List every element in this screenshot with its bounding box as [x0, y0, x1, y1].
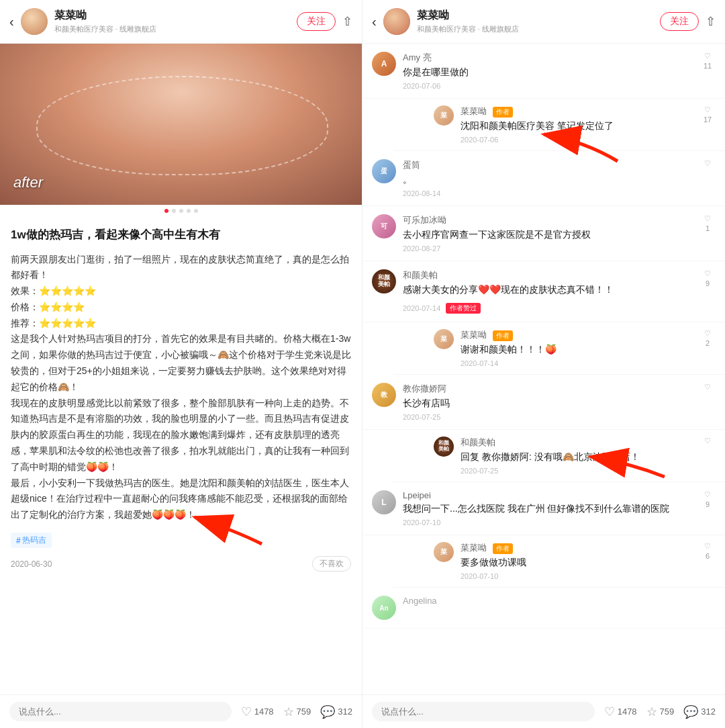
right-back-button[interactable]: ‹	[372, 14, 377, 30]
amy-avatar[interactable]: A	[372, 52, 396, 76]
right-star-count: 759	[660, 707, 675, 717]
reply-heyanbg-1: 和颜美帕 和颜美帕 回复 教你撒娇阿: 没有哦🙈北京沈阳有店！ 2020-07-…	[393, 430, 725, 482]
post-body: 前两天跟朋友出门逛街，拍了一组照片，现在的皮肤状态简直绝了，真的是怎么拍都好看！…	[11, 252, 351, 524]
kele-avatar[interactable]: 可	[372, 214, 396, 238]
dislike-label: 不喜欢	[320, 559, 344, 568]
right-comment-action[interactable]: 💬 312	[683, 704, 716, 719]
left-star-count: 759	[297, 707, 311, 717]
heyanbg-like[interactable]: ♡ 9	[699, 269, 716, 314]
author-badge-3: 作者	[493, 543, 513, 554]
heyanbg-avatar[interactable]: 和颜美帕	[372, 269, 396, 293]
caicai-like-3[interactable]: ♡ 6	[699, 542, 716, 580]
heyanbg-content: 和颜美帕 感谢大美女的分享❤️❤️现在的皮肤状态真不错！！ 2020-07-14…	[403, 269, 693, 314]
angelina-avatar[interactable]: An	[372, 596, 396, 620]
kele-like[interactable]: ♡ 1	[699, 214, 716, 253]
jiao-text: 长沙有店吗	[403, 396, 693, 410]
right-like-action[interactable]: ♡ 1478	[604, 704, 637, 719]
tag-text: 热码吉	[22, 535, 46, 546]
comment-egg: 蛋 蛋筒 。 2020-08-14 ♡	[362, 151, 725, 206]
amy-like[interactable]: ♡ 11	[699, 52, 716, 90]
egg-heart-icon: ♡	[704, 159, 711, 168]
dot-3[interactable]	[179, 209, 183, 213]
kele-date: 2020-08-27	[403, 244, 693, 253]
dot-1[interactable]	[164, 209, 168, 213]
left-header: ‹ 菜菜呦 和颜美帕医疗美容 · 线雕旗舰店 关注 ⇧	[0, 0, 362, 44]
egg-like[interactable]: ♡	[699, 159, 716, 197]
kele-heart-icon: ♡	[704, 214, 711, 223]
left-avatar[interactable]	[21, 8, 48, 35]
dot-4[interactable]	[187, 209, 191, 213]
lpeipei-like[interactable]: ♡ 9	[699, 490, 716, 527]
left-content: 1w做的热玛吉，看起来像个高中生有木有 前两天跟朋友出门逛街，拍了一组照片，现在…	[0, 217, 362, 694]
heyanbg-avatar-2[interactable]: 和颜美帕	[434, 437, 454, 457]
amy-date: 2020-07-06	[403, 82, 693, 90]
heyanbg-date: 2020-07-14	[403, 304, 440, 312]
lpeipei-avatar[interactable]: L	[372, 490, 396, 514]
caicai-avatar-1[interactable]: 菜	[434, 105, 454, 126]
kele-text: 去小程序官网查一下这家医院是不是官方授权	[403, 228, 693, 242]
reply-caicai-2: 菜 菜菜呦 作者 谢谢和颜美帕！！！🍑 2020-07-14 ♡ 2	[393, 322, 725, 375]
caicai-username-1: 菜菜呦 作者	[461, 105, 693, 118]
hot-tag[interactable]: # 热码吉	[11, 533, 52, 548]
reply-caicai-3: 菜 菜菜呦 作者 要多做做功课哦 2020-07-10 ♡ 6	[393, 535, 725, 588]
caicai-like-2[interactable]: ♡ 2	[699, 329, 716, 367]
right-like-count: 1478	[618, 707, 637, 717]
egg-content: 蛋筒 。 2020-08-14	[403, 159, 693, 197]
heyanbg-reply-like[interactable]: ♡	[699, 437, 716, 475]
lpeipei-text: 我想问一下...怎么找医院 我在广州 但好像找不到什么靠谱的医院	[403, 502, 693, 516]
comment-jiao: 教 教你撒娇阿 长沙有店吗 2020-07-25 ♡	[362, 375, 725, 430]
caicai-content-1: 菜菜呦 作者 沈阳和颜美帕医疗美容 笔记发定位了 2020-07-06	[461, 105, 693, 144]
right-star-action[interactable]: ☆ 759	[646, 704, 675, 719]
heyanbg-reply-text: 回复 教你撒娇阿: 没有哦🙈北京沈阳有店！	[461, 450, 693, 464]
right-follow-button[interactable]: 关注	[660, 12, 699, 31]
jiao-date: 2020-07-25	[403, 413, 693, 421]
caicai-like-count-1: 17	[704, 116, 712, 124]
left-star-action[interactable]: ☆ 759	[283, 704, 311, 719]
heyanbg-reply-content: 和颜美帕 回复 教你撒娇阿: 没有哦🙈北京沈阳有店！ 2020-07-25	[461, 437, 693, 475]
egg-text: 。	[403, 173, 693, 187]
left-comment-input[interactable]	[9, 702, 232, 721]
comment-heyanbg: 和颜美帕 和颜美帕 感谢大美女的分享❤️❤️现在的皮肤状态真不错！！ 2020-…	[362, 261, 725, 322]
caicai-avatar-2[interactable]: 菜	[434, 329, 454, 349]
egg-username: 蛋筒	[403, 159, 693, 171]
jiao-username: 教你撒娇阿	[403, 383, 693, 395]
left-share-icon[interactable]: ⇧	[342, 14, 352, 29]
caicai-date-3: 2020-07-10	[461, 572, 693, 580]
left-like-action[interactable]: ♡ 1478	[241, 704, 274, 719]
left-subtitle: 和颜美帕医疗美容 · 线雕旗舰店	[54, 24, 297, 34]
left-username: 菜菜呦	[54, 9, 297, 23]
caicai-date-1: 2020-07-06	[461, 136, 693, 144]
left-back-button[interactable]: ‹	[9, 14, 14, 30]
left-comment-action[interactable]: 💬 312	[320, 704, 352, 719]
jiao-content: 教你撒娇阿 长沙有店吗 2020-07-25	[403, 383, 693, 421]
right-comment-icon: 💬	[683, 704, 698, 719]
right-comment-input[interactable]	[372, 702, 595, 721]
left-panel: ‹ 菜菜呦 和颜美帕医疗美容 · 线雕旗舰店 关注 ⇧ after 1w做的热玛…	[0, 0, 362, 728]
heyanbg-reply-username: 和颜美帕	[461, 437, 693, 449]
after-label: after	[13, 174, 43, 191]
right-footer: ♡ 1478 ☆ 759 💬 312	[362, 694, 725, 728]
right-header: ‹ 菜菜呦 和颜美帕医疗美容 · 线雕旗舰店 关注 ⇧	[362, 0, 725, 44]
right-heart-icon: ♡	[604, 704, 615, 719]
jiao-avatar[interactable]: 教	[372, 383, 396, 407]
author-badge-2: 作者	[493, 330, 513, 341]
caicai-heart-1: ♡	[704, 105, 711, 114]
left-follow-button[interactable]: 关注	[297, 12, 336, 31]
right-username: 菜菜呦	[417, 9, 660, 23]
image-dots	[0, 205, 362, 217]
jiao-like[interactable]: ♡	[699, 383, 716, 421]
caicai-avatar-3[interactable]: 菜	[434, 542, 454, 562]
author-badge-1: 作者	[493, 107, 513, 118]
dot-5[interactable]	[194, 209, 198, 213]
right-avatar[interactable]	[383, 8, 410, 35]
dot-2[interactable]	[172, 209, 176, 213]
comment-kele: 可 可乐加冰呦 去小程序官网查一下这家医院是不是官方授权 2020-08-27 …	[362, 206, 725, 261]
reply-caicai-1: 菜 菜菜呦 作者 沈阳和颜美帕医疗美容 笔记发定位了 2020-07-06 ♡ …	[393, 99, 725, 151]
caicai-like-1[interactable]: ♡ 17	[699, 105, 716, 144]
right-share-icon[interactable]: ⇧	[706, 14, 716, 29]
heyanbg-like-count: 9	[706, 279, 710, 287]
egg-avatar[interactable]: 蛋	[372, 159, 396, 183]
dislike-button[interactable]: 不喜欢	[312, 556, 351, 572]
caicai-text-3: 要多做做功课哦	[461, 555, 693, 570]
hero-face	[0, 44, 362, 205]
